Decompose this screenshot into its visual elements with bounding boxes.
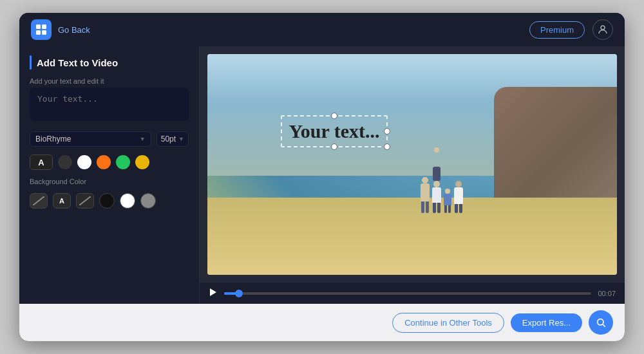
sand-layer xyxy=(207,198,617,275)
handle-top-center[interactable] xyxy=(331,113,337,119)
app-window: Go Back Premium Add Text to Video Add yo… xyxy=(19,13,625,341)
people-layer xyxy=(421,167,463,213)
svg-rect-1 xyxy=(42,24,46,29)
overlay-text-container[interactable]: Your text... xyxy=(281,115,387,147)
text-section: Add your text and edit it xyxy=(30,77,189,124)
svg-point-4 xyxy=(601,26,605,30)
bg-color-row: A xyxy=(30,193,189,209)
font-chevron-icon: ▼ xyxy=(140,136,146,142)
font-row: BioRhyme ▼ 50pt ▼ xyxy=(30,131,189,147)
go-back-link[interactable]: Go Back xyxy=(58,25,90,35)
bg-swatch-a[interactable]: A xyxy=(53,193,71,209)
person-2 xyxy=(432,167,441,213)
color-row: A xyxy=(30,154,189,170)
size-chevron-icon: ▼ xyxy=(178,136,184,142)
video-controls: 00:07 xyxy=(200,283,625,304)
color-dot-white[interactable] xyxy=(77,155,91,169)
header-right: Premium xyxy=(529,19,613,40)
svg-line-6 xyxy=(79,196,91,205)
person-4 xyxy=(454,181,463,213)
continue-button[interactable]: Continue in Other Tools xyxy=(392,313,504,333)
svg-marker-7 xyxy=(210,288,216,296)
font-size: 50pt xyxy=(161,135,176,144)
app-logo xyxy=(31,19,52,40)
bg-color-section: Background Color xyxy=(30,178,189,185)
color-dot-green[interactable] xyxy=(116,155,130,169)
text-color-a-label: A xyxy=(38,158,44,167)
bg-swatch-black[interactable] xyxy=(99,193,115,209)
handle-bottom-center[interactable] xyxy=(331,144,337,150)
bg-swatch-none[interactable] xyxy=(30,193,48,209)
body: Add Text to Video Add your text and edit… xyxy=(19,46,625,304)
bg-swatch-white[interactable] xyxy=(120,193,135,209)
overlay-text: Your text... xyxy=(289,120,379,142)
person-3 xyxy=(444,189,451,213)
video-area: Your text... xyxy=(200,46,625,283)
progress-bar[interactable] xyxy=(224,292,591,295)
text-section-label: Add your text and edit it xyxy=(30,77,189,85)
person-1 xyxy=(421,177,430,213)
premium-button[interactable]: Premium xyxy=(529,21,585,39)
bg-section-label: Background Color xyxy=(30,178,189,185)
color-dot-orange[interactable] xyxy=(97,155,111,169)
progress-thumb[interactable] xyxy=(235,290,243,297)
svg-line-5 xyxy=(33,196,44,205)
handle-middle-right[interactable] xyxy=(384,128,390,135)
color-dot-dark[interactable] xyxy=(58,155,72,169)
bg-a-label: A xyxy=(59,197,64,205)
sidebar-title: Add Text to Video xyxy=(37,57,118,68)
main-area: Your text... xyxy=(200,46,625,304)
svg-rect-0 xyxy=(36,24,41,29)
font-select[interactable]: BioRhyme ▼ xyxy=(30,131,151,147)
text-color-swatch[interactable]: A xyxy=(30,154,53,170)
bg-swatch-slash2[interactable] xyxy=(76,193,94,209)
sidebar: Add Text to Video Add your text and edit… xyxy=(19,46,200,304)
svg-line-9 xyxy=(603,324,605,327)
export-button[interactable]: Export Res... xyxy=(511,313,582,332)
time-display: 00:07 xyxy=(598,290,616,297)
play-button[interactable] xyxy=(209,288,218,299)
size-select[interactable]: 50pt ▼ xyxy=(156,131,189,147)
svg-rect-3 xyxy=(42,30,46,35)
font-name: BioRhyme xyxy=(35,135,71,144)
footer: Continue in Other Tools Export Res... xyxy=(19,304,625,341)
svg-rect-2 xyxy=(36,30,41,35)
video-background: Your text... xyxy=(207,54,617,275)
sidebar-title-bar: Add Text to Video xyxy=(30,55,189,70)
video-canvas: Your text... xyxy=(207,54,617,275)
search-fab[interactable] xyxy=(589,310,613,335)
svg-point-8 xyxy=(598,319,603,325)
text-input[interactable] xyxy=(30,88,189,121)
header-left: Go Back xyxy=(31,19,90,40)
title-accent xyxy=(30,55,32,70)
header: Go Back Premium xyxy=(19,13,625,46)
bg-swatch-gray[interactable] xyxy=(140,193,156,209)
overlay-text-box: Your text... xyxy=(281,115,387,147)
avatar-icon[interactable] xyxy=(592,19,613,40)
color-dot-yellow[interactable] xyxy=(135,155,149,169)
